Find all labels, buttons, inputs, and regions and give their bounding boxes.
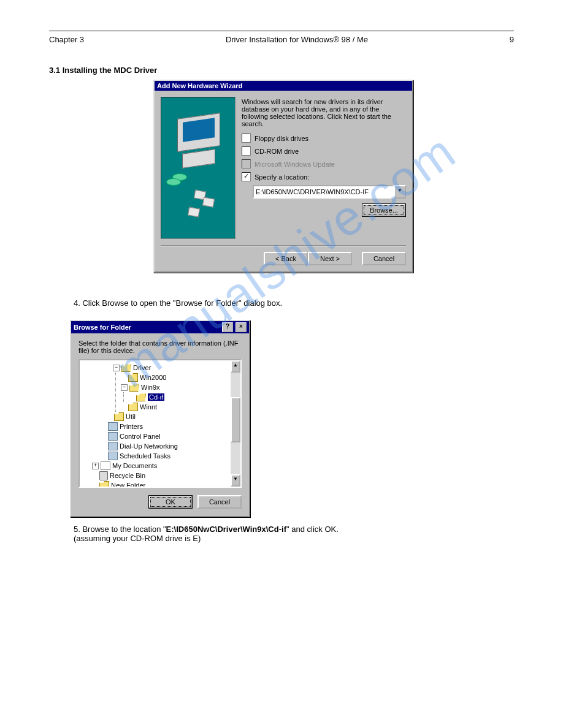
- tree-driver[interactable]: Driver: [133, 364, 151, 371]
- winupdate-label: Microsoft Windows Update: [255, 161, 335, 168]
- tree-cdif-selected[interactable]: Cd-if: [148, 393, 164, 401]
- printers-icon: [108, 422, 118, 431]
- tree-dialup[interactable]: Dial-Up Networking: [120, 442, 178, 450]
- tree-scrollbar[interactable]: ▲ ▼: [231, 360, 240, 487]
- folder-dialog-titlebar[interactable]: Browse for Folder ? ×: [71, 321, 249, 333]
- wizard-graphic: [161, 97, 236, 239]
- ok-button[interactable]: OK: [148, 495, 193, 509]
- wizard-title: Add New Hardware Wizard: [157, 82, 242, 89]
- browse-for-folder-dialog: Browse for Folder ? × Select the folder …: [70, 320, 250, 517]
- folder-cancel-button[interactable]: Cancel: [197, 495, 242, 509]
- back-button[interactable]: < Back: [264, 252, 308, 265]
- folder-tree[interactable]: − Driver Win2000 −: [79, 359, 242, 488]
- floppy-label: Floppy disk drives: [255, 135, 308, 142]
- recycle-bin-icon: [99, 471, 108, 480]
- tree-recycle[interactable]: Recycle Bin: [110, 472, 145, 479]
- wizard-titlebar[interactable]: Add New Hardware Wizard: [155, 81, 412, 91]
- tree-win9x[interactable]: Win9x: [141, 384, 160, 391]
- tree-scheduled[interactable]: Scheduled Tasks: [120, 452, 170, 460]
- specify-location-checkbox[interactable]: ✓: [242, 172, 251, 181]
- tree-control-panel[interactable]: Control Panel: [120, 433, 161, 440]
- folder-open-icon: [121, 363, 131, 372]
- page-header: Chapter 3 Driver Installation for Window…: [49, 35, 514, 44]
- chapter-title: Driver Installation for Windows® 98 / Me: [226, 35, 368, 44]
- tree-printers[interactable]: Printers: [120, 423, 143, 430]
- page-number: 9: [510, 35, 514, 44]
- tree-mydocs[interactable]: My Documents: [112, 462, 157, 469]
- dialup-icon: [108, 442, 118, 450]
- my-documents-icon: [101, 461, 110, 470]
- step-5-text: 5. Browse to the location "E:\ID650NwC\D…: [74, 525, 514, 543]
- floppy-checkbox[interactable]: [242, 134, 251, 143]
- wizard-intro-text: Windows will search for new drivers in i…: [242, 98, 406, 127]
- scheduled-tasks-icon: [108, 452, 118, 460]
- wizard-cancel-button[interactable]: Cancel: [362, 252, 406, 265]
- location-dropdown-arrow-icon[interactable]: ▼: [394, 185, 406, 199]
- tree-newfolder[interactable]: New Folder: [111, 482, 145, 488]
- tree-win2000[interactable]: Win2000: [140, 374, 166, 381]
- section-heading: 3.1 Installing the MDC Driver: [49, 66, 514, 75]
- tree-util[interactable]: Util: [126, 413, 136, 420]
- folder-open-icon: [129, 383, 139, 392]
- folder-icon: [128, 373, 138, 382]
- next-button[interactable]: Next >: [308, 252, 352, 265]
- close-icon[interactable]: ×: [236, 322, 247, 332]
- cdrom-checkbox[interactable]: [242, 146, 251, 156]
- folder-icon: [99, 481, 109, 488]
- tree-winnt[interactable]: Winnt: [140, 403, 157, 411]
- page-rule: [49, 31, 514, 31]
- specify-location-label: Specify a location:: [255, 173, 309, 181]
- folder-dialog-title: Browse for Folder: [74, 324, 131, 331]
- location-input[interactable]: [253, 185, 394, 199]
- folder-icon: [114, 412, 124, 421]
- folder-icon: [128, 403, 138, 411]
- scroll-thumb[interactable]: [231, 397, 240, 442]
- folder-open-icon: [136, 393, 146, 401]
- scroll-down-icon[interactable]: ▼: [231, 474, 240, 487]
- help-icon[interactable]: ?: [222, 322, 233, 332]
- browse-button[interactable]: Browse...: [362, 203, 406, 217]
- winupdate-checkbox: [242, 159, 251, 169]
- chapter-label: Chapter 3: [49, 35, 84, 44]
- scroll-up-icon[interactable]: ▲: [231, 360, 240, 373]
- add-hardware-wizard-dialog: Add New Hardware Wizard: [153, 80, 413, 273]
- control-panel-icon: [108, 432, 118, 441]
- cdrom-label: CD-ROM drive: [255, 148, 299, 155]
- step-4-text: 4. Click Browse to open the "Browse for …: [74, 298, 514, 308]
- folder-dialog-prompt: Select the folder that contains driver i…: [79, 339, 242, 354]
